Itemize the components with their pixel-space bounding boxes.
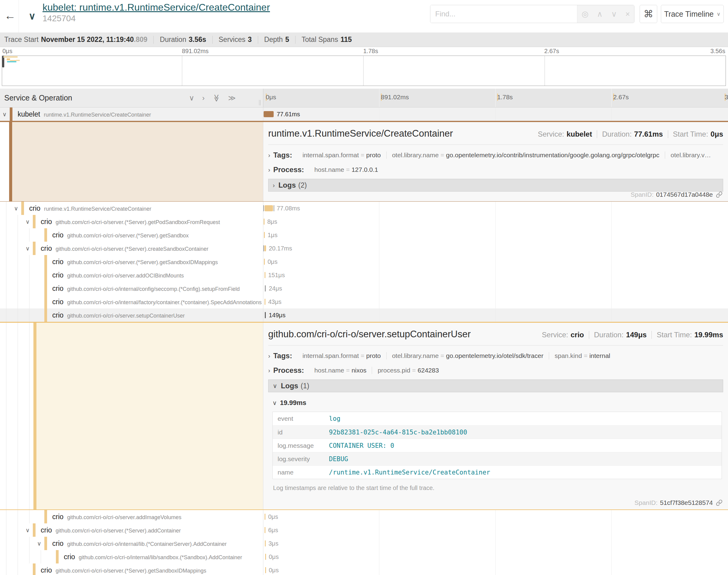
logs-section-toggle[interactable]: › Logs (2) [268,179,723,192]
span-duration-bar[interactable] [264,259,265,265]
span-duration-bar[interactable] [265,527,265,533]
back-arrow-icon[interactable]: ← [4,9,16,22]
span-duration-bar[interactable] [264,232,265,238]
span-row[interactable]: criogithub.com/cri-o/cri-o/internal/lib/… [0,550,728,564]
chevron-right-icon: › [268,367,270,374]
expand-all-icon[interactable]: ≫ [228,94,236,102]
span-duration-bar[interactable] [264,245,266,251]
collapse-one-icon[interactable]: ∨ [189,94,194,102]
tag-value: proto [366,151,381,159]
expand-one-icon[interactable]: › [202,94,205,102]
span-color-bar [44,537,47,550]
span-id-label: SpanID: [634,499,658,506]
tag-value: internal [589,352,610,359]
minimap-tick: 3.56s [710,48,725,55]
chevron-down-icon[interactable]: ∨ [26,218,30,225]
span-duration-label: 0μs [269,553,279,561]
span-detail-panel: runtime.v1.RuntimeService/CreateContaine… [0,121,728,202]
chevron-down-icon[interactable]: ∨ [2,111,7,118]
chevron-down-icon[interactable]: ∨ [14,205,18,212]
meta-divider [652,331,652,339]
span-row[interactable]: ∨ criogithub.com/cri-o/cri-o/server.(*Se… [0,215,728,228]
chevron-down-icon[interactable]: ∨ [29,10,36,22]
equals-sign: = [346,166,350,173]
chevron-down-icon[interactable]: ∨ [37,540,41,547]
meta-divider [597,130,597,138]
process-row[interactable]: › Process: host.name=nixos process.pid=6… [268,366,723,375]
process-row[interactable]: › Process: host.name=127.0.0.1 [268,165,723,174]
span-detail-content: github.com/cri-o/cri-o/server.setupConta… [263,323,728,509]
tags-row[interactable]: › Tags: internal.span.format=proto otel.… [268,351,723,360]
column-resizer-handle[interactable] [259,100,261,105]
log-field-value: DEBUG [329,455,348,463]
find-clear-icon[interactable]: × [625,9,630,19]
span-row[interactable]: criogithub.com/cri-o/cri-o/internal/conf… [0,282,728,295]
link-icon[interactable] [716,499,723,506]
find-next-icon[interactable]: ∨ [611,9,617,19]
span-duration-bar[interactable] [264,218,265,225]
chevron-down-icon: ∨ [717,11,720,17]
span-service: crio [52,271,64,279]
span-id-row: SpanID: 51cf7f38e5128574 [634,499,723,506]
span-row[interactable]: criogithub.com/cri-o/cri-o/server.(*Serv… [0,255,728,268]
service-label: Service: [538,130,564,138]
span-duration-bar[interactable] [265,540,266,546]
equals-sign: = [584,352,587,359]
span-row[interactable]: ∨ crioruntime.v1.RuntimeService/CreateCo… [0,202,728,215]
equals-sign: = [440,151,444,159]
span-duration-bar[interactable] [265,272,265,278]
chevron-right-icon: › [273,182,275,189]
trace-title-link[interactable]: kubelet: runtime.v1.RuntimeService/Creat… [42,2,270,13]
span-detail-content: runtime.v1.RuntimeService/CreateContaine… [263,122,728,201]
locate-icon[interactable]: ◎ [582,9,589,19]
span-tick [274,205,274,211]
process-key: host.name [315,367,344,374]
chevron-down-icon[interactable]: ∨ [26,527,30,534]
start-time-label: Start Time: [657,331,692,339]
view-selector-button[interactable]: Trace Timeline ∨ [661,5,724,23]
chevron-down-icon[interactable]: ∨ [26,245,30,252]
chevron-right-icon: › [268,352,270,360]
logs-count: (2) [298,181,307,190]
log-field-key: id [273,429,329,436]
find-input[interactable] [430,5,577,23]
span-duration-bar[interactable] [265,205,273,211]
keyboard-shortcuts-button[interactable]: ⌘ [640,5,657,23]
span-duration-bar[interactable] [265,554,266,560]
tag-key: otel.library.name [392,352,439,359]
log-timestamps-note: Log timestamps are relative to the start… [272,484,723,492]
collapse-all-icon[interactable]: ≫ [212,94,221,102]
span-row[interactable]: ∨ kubeletruntime.v1.RuntimeService/Creat… [0,107,728,121]
span-row[interactable]: criogithub.com/cri-o/cri-o/internal/fact… [0,295,728,308]
span-duration-bar[interactable] [265,567,266,573]
span-detail-title: github.com/cri-o/cri-o/server.setupConta… [268,329,471,340]
table-row: id 92b82381-025c-4a64-815c-ba2e1bb08100 [273,425,722,439]
span-row[interactable]: ∨ criogithub.com/cri-o/cri-o/internal/li… [0,537,728,550]
span-color-bar [10,107,12,121]
tag-key: otel.library.name [392,151,439,159]
span-duration-bar[interactable] [265,514,265,520]
span-row[interactable]: ∨ criogithub.com/cri-o/cri-o/server.(*Se… [0,523,728,537]
span-duration-bar[interactable] [265,299,265,305]
tags-row[interactable]: › Tags: internal.span.format=proto otel.… [268,151,723,159]
span-duration-bar[interactable] [264,111,274,117]
span-duration-bar[interactable] [265,285,266,292]
span-row[interactable]: ∨ criogithub.com/cri-o/cri-o/server.(*Se… [0,242,728,255]
command-icon: ⌘ [643,8,653,20]
span-operation: github.com/cri-o/cri-o/internal/lib.(*Co… [67,541,227,547]
span-row[interactable]: criogithub.com/cri-o/cri-o/server.addIma… [0,510,728,523]
span-row[interactable]: criogithub.com/cri-o/cri-o/server.(*Serv… [0,564,728,575]
find-prev-icon[interactable]: ∧ [597,9,602,19]
span-operation: runtime.v1.RuntimeService/CreateContaine… [44,206,151,212]
span-row[interactable]: criogithub.com/cri-o/cri-o/server.(*Serv… [0,228,728,242]
span-row[interactable]: criogithub.com/cri-o/cri-o/server.addOCI… [0,268,728,282]
axis-tick: 3.56s [725,94,726,101]
link-icon[interactable] [716,191,723,198]
summary-divider [212,36,212,44]
service-operation-title: Service & Operation [4,94,72,102]
span-row[interactable]: criogithub.com/cri-o/cri-o/server.setupC… [0,308,728,322]
trace-minimap[interactable] [2,56,726,86]
log-entry-toggle[interactable]: ∨ 19.99ms [272,399,723,407]
span-duration-bar[interactable] [265,312,266,318]
logs-section-toggle[interactable]: ∨ Logs (1) [268,379,723,392]
